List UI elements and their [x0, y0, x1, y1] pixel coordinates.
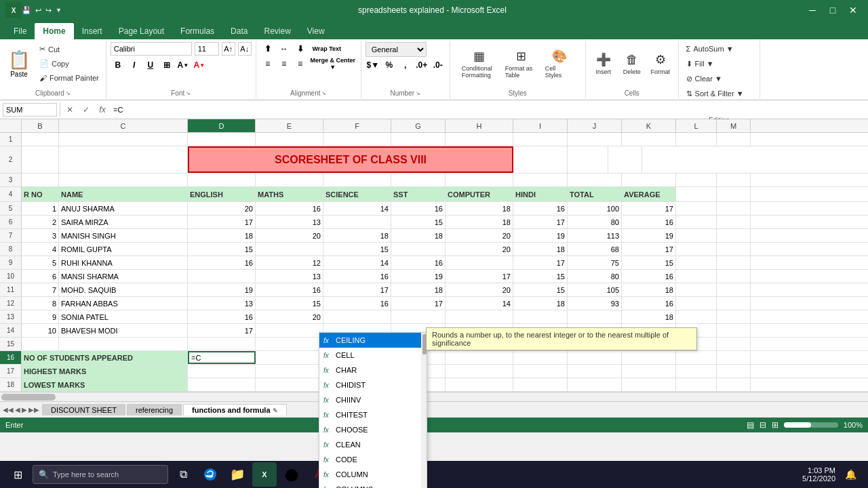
cell-c4[interactable]: NAME — [59, 187, 188, 201]
cell-i4[interactable]: HINDI — [513, 187, 568, 201]
cell-l18[interactable] — [676, 378, 717, 391]
file-explorer-button[interactable]: 📁 — [225, 462, 250, 487]
autocomplete-item-char[interactable]: fx CHAR — [319, 363, 427, 378]
align-center-button[interactable]: ≡ — [277, 57, 292, 70]
cell-e11[interactable]: 16 — [256, 283, 323, 296]
cell-m1[interactable] — [717, 133, 751, 146]
cell-e12[interactable]: 15 — [256, 297, 323, 310]
cell-b14[interactable]: 10 — [22, 324, 59, 337]
cell-i7[interactable]: 19 — [513, 229, 568, 242]
cell-c3[interactable] — [59, 174, 188, 186]
notification-button[interactable]: 🔔 — [838, 462, 863, 487]
cell-l12[interactable] — [676, 297, 717, 310]
delete-button[interactable]: 🗑 Delete — [618, 42, 646, 85]
cell-c14[interactable]: BHAVESH MODI — [59, 324, 188, 337]
cell-g4[interactable]: SST — [391, 187, 446, 201]
cell-c10[interactable]: MANSI SHARMA — [59, 270, 188, 283]
format-painter-button[interactable]: 🖌Format Painter — [37, 71, 102, 85]
cell-b10[interactable]: 6 — [22, 270, 59, 283]
cell-c8[interactable]: ROMIL GUPTA — [59, 243, 188, 256]
cell-m15[interactable] — [717, 338, 751, 350]
col-header-i[interactable]: I — [513, 119, 568, 132]
cell-b13[interactable]: 9 — [22, 310, 59, 323]
cell-m4[interactable] — [717, 187, 751, 201]
align-left-button[interactable]: ≡ — [260, 57, 275, 70]
cell-e7[interactable]: 20 — [256, 229, 323, 242]
cell-k13[interactable]: 18 — [622, 310, 676, 323]
sheet-tab-referencing[interactable]: referencing — [127, 404, 182, 415]
autocomplete-item-column[interactable]: fx COLUMN — [319, 467, 427, 482]
cell-h9[interactable] — [446, 256, 513, 269]
cell-l2[interactable] — [568, 146, 608, 173]
cell-l3[interactable] — [676, 174, 717, 186]
cell-k16[interactable] — [622, 351, 676, 364]
cell-f1[interactable] — [323, 133, 391, 146]
cell-f6[interactable] — [323, 216, 391, 228]
col-header-l[interactable]: L — [676, 119, 717, 132]
cell-c5[interactable]: ANUJ SHARMA — [59, 202, 188, 215]
cell-i10[interactable]: 15 — [513, 270, 568, 283]
autocomplete-item-chitest[interactable]: fx CHITEST — [319, 407, 427, 422]
cell-h10[interactable]: 17 — [446, 270, 513, 283]
cell-j16[interactable] — [568, 351, 622, 364]
number-format-select[interactable]: General Number Currency Percentage — [366, 42, 427, 57]
cell-l7[interactable] — [676, 229, 717, 242]
autocomplete-item-ceiling[interactable]: fx CEILING — [319, 333, 427, 348]
quick-undo[interactable]: ↩ — [35, 6, 41, 15]
cell-d14[interactable]: 17 — [188, 324, 256, 337]
cell-c15[interactable] — [59, 338, 188, 350]
cell-b4[interactable]: R NO — [22, 187, 59, 201]
cell-j4[interactable]: TOTAL — [568, 187, 622, 201]
sort-filter-button[interactable]: ⇅ Sort & Filter ▼ — [684, 87, 747, 100]
col-header-h[interactable]: H — [446, 119, 513, 132]
cell-k11[interactable]: 18 — [622, 283, 676, 296]
cell-d3[interactable] — [188, 174, 256, 186]
increase-decimal-button[interactable]: .0+ — [414, 58, 429, 72]
cell-k3[interactable] — [622, 174, 676, 186]
cell-j1[interactable] — [568, 133, 622, 146]
cell-h17[interactable] — [446, 365, 513, 378]
autocomplete-item-columns[interactable]: fx COLUMNS — [319, 482, 427, 488]
cell-i16[interactable] — [513, 351, 568, 364]
cell-b1[interactable] — [22, 133, 59, 146]
cell-b2[interactable] — [22, 146, 59, 173]
cell-h18[interactable] — [446, 378, 513, 391]
cell-d7[interactable]: 18 — [188, 229, 256, 242]
sheet-scroll-right[interactable]: ▶▶ — [28, 406, 39, 413]
cell-c11[interactable]: MOHD. SAQUIB — [59, 283, 188, 296]
autosum-button[interactable]: Σ AutoSum ▼ — [684, 42, 736, 56]
cell-g5[interactable]: 16 — [391, 202, 446, 215]
cell-m18[interactable] — [717, 378, 751, 391]
cell-e16[interactable] — [256, 351, 323, 364]
view-normal[interactable]: ▤ — [747, 420, 754, 430]
cell-m13[interactable] — [717, 310, 751, 323]
cancel-formula-button[interactable]: ✕ — [63, 103, 77, 117]
cell-l11[interactable] — [676, 283, 717, 296]
quick-redo[interactable]: ↪ — [45, 6, 52, 15]
cell-e8[interactable] — [256, 243, 323, 256]
cell-b8[interactable]: 4 — [22, 243, 59, 256]
fill-color-button[interactable]: A▼ — [176, 58, 191, 72]
cell-h4[interactable]: COMPUTER — [446, 187, 513, 201]
tab-file[interactable]: File — [5, 23, 35, 39]
border-button[interactable]: ⊞ — [159, 58, 174, 72]
minimize-button[interactable]: ─ — [803, 3, 822, 17]
cell-d1[interactable] — [188, 133, 256, 146]
cell-d15[interactable] — [188, 338, 256, 350]
wrap-text-button[interactable]: Wrap Text — [309, 42, 344, 56]
copy-button[interactable]: 📄Copy — [37, 57, 102, 70]
cell-d2[interactable]: SCORESHEET OF CLASS VIII — [188, 146, 513, 173]
cell-d12[interactable]: 13 — [188, 297, 256, 310]
col-header-k[interactable]: K — [622, 119, 676, 132]
tab-review[interactable]: Review — [256, 23, 298, 39]
maximize-button[interactable]: □ — [823, 3, 842, 17]
cell-l13[interactable] — [676, 310, 717, 323]
insert-button[interactable]: ➕ Insert — [590, 42, 617, 85]
autocomplete-item-chidist[interactable]: fx CHIDIST — [319, 378, 427, 392]
number-expand-icon[interactable]: ↘ — [416, 90, 420, 96]
cell-e17[interactable] — [256, 365, 323, 378]
cell-k7[interactable]: 19 — [622, 229, 676, 242]
taskbar-search-input[interactable]: Type here to search — [53, 470, 119, 479]
horizontal-scroll-thumb[interactable] — [1, 394, 56, 401]
cell-f9[interactable]: 14 — [323, 256, 391, 269]
